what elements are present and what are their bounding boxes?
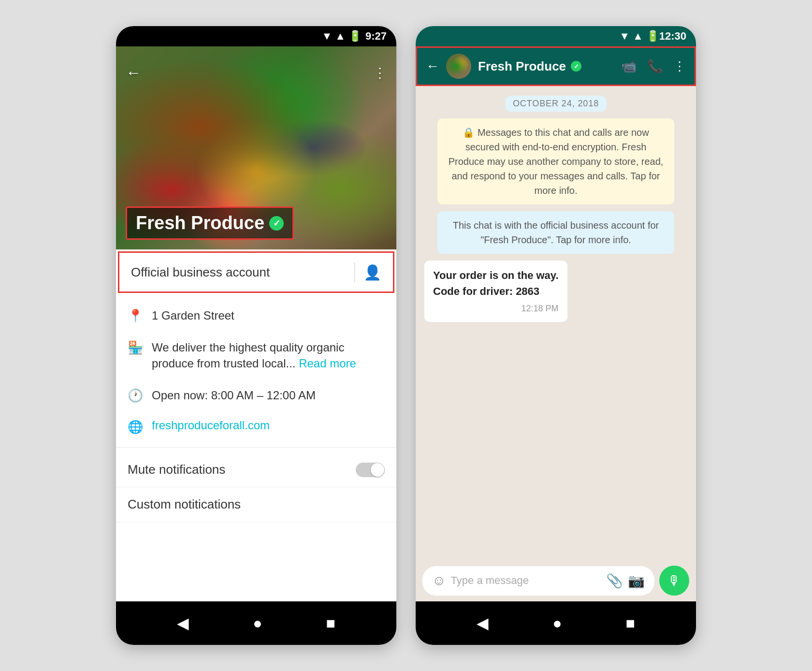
bubble-time: 12:18 PM: [433, 302, 559, 315]
custom-notif-label: Custom notitications: [128, 497, 241, 512]
mute-toggle[interactable]: [356, 463, 385, 477]
status-time-left: 9:27: [365, 30, 387, 43]
nav-square-right[interactable]: ■: [626, 614, 635, 632]
signal-icon-right: ▲: [633, 30, 643, 43]
description-row: 🏪 We deliver the highest quality organic…: [116, 332, 396, 379]
attach-icon[interactable]: 📎: [606, 573, 623, 589]
avatar-image: [446, 54, 471, 79]
vertical-divider: [354, 263, 355, 282]
chat-input-row: ☺ Type a message 📎 📷 🎙: [416, 560, 696, 601]
phone-call-icon[interactable]: 📞: [647, 59, 663, 74]
hero-overlay-bar: ← ⋮: [116, 64, 396, 82]
signal-icon: ▲: [335, 30, 346, 43]
add-contact-icon[interactable]: 👤: [363, 264, 381, 281]
chat-input-field[interactable]: ☺ Type a message 📎 📷: [422, 566, 654, 596]
address-text: 1 Garden Street: [152, 307, 234, 324]
verified-badge-chat: ✓: [571, 61, 581, 72]
mute-row: Mute notifications: [116, 452, 396, 487]
custom-notif-row[interactable]: Custom notitications: [116, 487, 396, 522]
status-bar-left: ▼ ▲ 🔋 9:27: [116, 26, 396, 46]
nav-bar-right: ◀ ● ■: [416, 601, 696, 645]
store-icon: 🏪: [128, 340, 143, 355]
nav-home-left[interactable]: ●: [253, 614, 262, 632]
chat-header: ← Fresh Produce ✓ 📹 📞 ⋮: [416, 46, 696, 86]
official-business-label: Official business account: [131, 265, 346, 280]
message-input-placeholder: Type a message: [451, 574, 601, 587]
info-section: 📍 1 Garden Street 🏪 We deliver the highe…: [116, 295, 396, 448]
settings-section: Mute notifications Custom notitications: [116, 448, 396, 527]
battery-icon: 🔋: [348, 30, 362, 43]
mic-icon: 🎙: [667, 573, 681, 589]
bubble-text: Your order is on the way. Code for drive…: [433, 267, 559, 299]
hero-name-box: Fresh Produce ✓: [126, 206, 294, 240]
toggle-knob: [371, 463, 384, 477]
chat-body: OCTOBER 24, 2018 🔒 Messages to this chat…: [416, 86, 696, 560]
website-link[interactable]: freshproduceforall.com: [152, 419, 270, 432]
nav-square-left[interactable]: ■: [326, 614, 335, 632]
system-message-encryption[interactable]: 🔒 Messages to this chat and calls are no…: [437, 118, 674, 204]
hours-row: 🕐 Open now: 8:00 AM – 12:00 AM: [116, 379, 396, 411]
status-bar-right: ▼ ▲ 🔋 12:30: [416, 26, 696, 46]
right-phone: ▼ ▲ 🔋 12:30 ← Fresh Produce ✓ 📹 📞 ⋮ OCTO…: [416, 26, 696, 645]
mic-button[interactable]: 🎙: [659, 566, 689, 596]
chat-title-area: Fresh Produce ✓: [478, 59, 614, 74]
chat-back-button[interactable]: ←: [426, 58, 439, 74]
globe-icon: 🌐: [128, 420, 143, 435]
status-icons-left: ▼ ▲ 🔋: [321, 30, 362, 43]
menu-dots-left[interactable]: ⋮: [373, 65, 387, 81]
nav-back-left[interactable]: ◀: [177, 614, 189, 632]
hours-text: Open now: 8:00 AM – 12:00 AM: [152, 387, 316, 404]
read-more-link[interactable]: Read more: [299, 357, 356, 370]
wifi-icon-right: ▼: [619, 30, 630, 43]
location-icon: 📍: [128, 308, 143, 323]
hero-image: ← ⋮ Fresh Produce ✓: [116, 46, 396, 249]
emoji-icon[interactable]: ☺: [432, 573, 446, 588]
back-button-left[interactable]: ←: [126, 64, 141, 82]
official-row: Official business account 👤: [118, 251, 394, 293]
nav-bar-left: ◀ ● ■: [116, 601, 396, 645]
chat-title: Fresh Produce: [478, 59, 566, 74]
left-phone: ▼ ▲ 🔋 9:27 ← ⋮ Fresh Produce ✓ Official …: [116, 26, 396, 645]
nav-home-right[interactable]: ●: [552, 614, 562, 632]
wifi-icon: ▼: [321, 30, 332, 43]
clock-icon: 🕐: [128, 388, 143, 403]
camera-icon[interactable]: 📷: [628, 573, 645, 589]
chat-bubble-order: Your order is on the way. Code for drive…: [424, 261, 567, 322]
system-message-official[interactable]: This chat is with the official business …: [437, 211, 674, 254]
verified-badge-hero: ✓: [269, 216, 284, 231]
more-options-icon[interactable]: ⋮: [673, 59, 686, 74]
video-call-icon[interactable]: 📹: [621, 59, 637, 74]
date-chip: OCTOBER 24, 2018: [505, 96, 607, 112]
status-time-right: 12:30: [659, 30, 686, 43]
chat-avatar: [446, 54, 471, 79]
chat-action-buttons: 📹 📞 ⋮: [621, 59, 686, 74]
status-icons-right: ▼ ▲ 🔋: [619, 30, 659, 43]
nav-back-right[interactable]: ◀: [477, 614, 489, 632]
address-row: 📍 1 Garden Street: [116, 300, 396, 332]
mute-label: Mute notifications: [128, 462, 225, 477]
description-text: We deliver the highest quality organic p…: [152, 339, 385, 372]
hero-name: Fresh Produce: [136, 213, 264, 233]
website-row: 🌐 freshproduceforall.com: [116, 411, 396, 442]
battery-icon-right: 🔋: [646, 30, 659, 43]
